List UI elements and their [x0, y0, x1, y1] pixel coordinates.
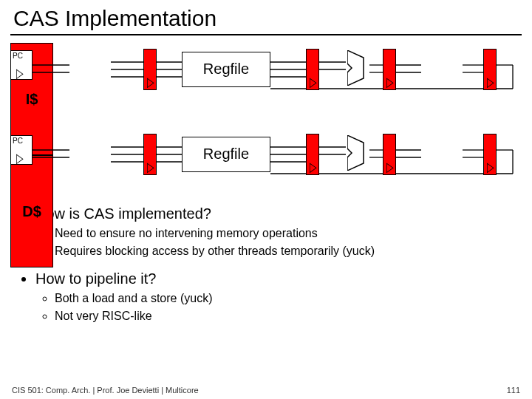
icache-label: I$: [26, 91, 38, 108]
dcache-block: D$: [10, 155, 53, 267]
alu-icon: [347, 135, 366, 171]
alu-icon: [347, 50, 366, 86]
regfile-bottom: Regfile: [182, 137, 270, 172]
slide-title: CAS Implementation: [0, 0, 532, 34]
pipeline-diagram: I$ D$ PC ▷ ▷ Regfile ▷ ▷ ▷ PC ▷ ▷ Regfil…: [10, 43, 522, 198]
regfile-top: Regfile: [182, 52, 270, 87]
clock-tri-icon: ▷: [310, 159, 317, 175]
dcache-label: D$: [22, 203, 41, 220]
svg-marker-44: [347, 50, 364, 86]
clock-tri-icon: ▷: [386, 159, 394, 175]
svg-marker-45: [347, 135, 364, 171]
bullet-q2-sub1: Both a load and a store (yuck): [55, 290, 516, 307]
bullet-q2-sub2: Not very RISC-like: [55, 308, 516, 324]
clock-tri-icon: ▷: [386, 74, 394, 90]
bullet-q1-sub2: Requires blocking access by other thread…: [55, 243, 516, 259]
bullet-q2: How to pipeline it?: [35, 270, 516, 287]
clock-tri-icon: ▷: [147, 159, 154, 175]
clock-tri-icon: ▷: [16, 150, 24, 166]
clock-tri-icon: ▷: [487, 159, 494, 175]
page-number: 111: [507, 386, 520, 395]
bullet-q1: How is CAS implemented?: [35, 205, 516, 222]
clock-tri-icon: ▷: [487, 74, 494, 90]
footer-bar: CIS 501: Comp. Arch. | Prof. Joe Deviett…: [12, 386, 520, 395]
bullet-content: How is CAS implemented? Need to ensure n…: [0, 198, 532, 324]
clock-tri-icon: ▷: [147, 74, 154, 90]
title-underline: [10, 34, 522, 35]
clock-tri-icon: ▷: [310, 74, 317, 90]
footer-text: CIS 501: Comp. Arch. | Prof. Joe Deviett…: [12, 386, 199, 395]
clock-tri-icon: ▷: [16, 65, 24, 81]
bullet-q1-sub1: Need to ensure no intervening memory ope…: [55, 225, 516, 242]
